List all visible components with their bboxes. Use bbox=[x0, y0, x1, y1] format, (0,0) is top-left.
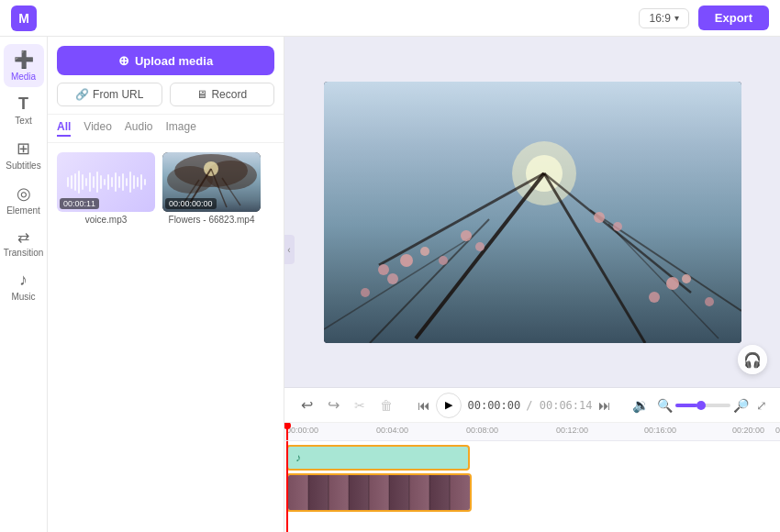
video-duration: 00:00:00:00 bbox=[165, 198, 217, 209]
element-icon: ◎ bbox=[17, 183, 31, 204]
svg-point-48 bbox=[475, 242, 485, 251]
svg-line-33 bbox=[544, 173, 645, 343]
music-icon: ♪ bbox=[19, 271, 28, 290]
link-icon: 🔗 bbox=[75, 88, 89, 101]
svg-point-40 bbox=[400, 254, 413, 267]
svg-rect-13 bbox=[115, 172, 117, 192]
waveform-svg bbox=[65, 166, 148, 198]
sidebar-item-music[interactable]: ♪ Music bbox=[4, 265, 44, 307]
play-button[interactable]: ▶ bbox=[436, 393, 462, 418]
sidebar-item-transition[interactable]: ⇄ Transition bbox=[4, 223, 44, 263]
time-separator: / 00:06:14 bbox=[526, 399, 592, 412]
sidebar-item-element[interactable]: ◎ Element bbox=[4, 178, 44, 221]
media-item-video[interactable]: 00:00:00:00 Flowers - 66823.mp4 bbox=[162, 152, 261, 523]
sidebar-item-media[interactable]: ➕ Media bbox=[4, 44, 44, 87]
app-logo: M bbox=[11, 6, 37, 31]
zoom-in-icon[interactable]: 🔎 bbox=[733, 398, 749, 413]
svg-point-43 bbox=[387, 273, 398, 284]
video-player bbox=[324, 82, 741, 343]
svg-rect-6 bbox=[89, 172, 91, 192]
svg-rect-4 bbox=[82, 174, 84, 190]
ratio-value: 16:9 bbox=[649, 12, 670, 25]
ruler-mark-4: 00:16:00 bbox=[644, 426, 676, 435]
svg-point-47 bbox=[461, 230, 472, 241]
svg-rect-7 bbox=[93, 176, 95, 188]
svg-point-50 bbox=[613, 222, 622, 231]
ruler-mark-2: 00:08:00 bbox=[466, 426, 498, 435]
video-track[interactable] bbox=[286, 473, 780, 512]
sidebar-label-subtitles: Subtitles bbox=[6, 161, 40, 171]
svg-point-46 bbox=[682, 274, 691, 283]
timeline-area: ↩ ↪ ✂ 🗑 ⏮ ▶ 00:00:00 / 00:06:14 ⏭ 🔉 🔍 bbox=[284, 387, 780, 532]
svg-rect-20 bbox=[140, 174, 142, 190]
audio-track[interactable]: ♪ bbox=[286, 445, 780, 471]
filter-tab-audio[interactable]: Audio bbox=[125, 120, 153, 137]
svg-rect-21 bbox=[144, 179, 146, 185]
record-icon: 🖥 bbox=[196, 88, 207, 101]
fullscreen-button[interactable]: ⤢ bbox=[756, 398, 767, 413]
preview-tree-svg bbox=[324, 82, 741, 343]
rewind-button[interactable]: ⏮ bbox=[418, 398, 430, 413]
svg-rect-15 bbox=[122, 173, 124, 191]
media-icon: ➕ bbox=[14, 50, 34, 70]
time-controls: ⏮ ▶ 00:00:00 / 00:06:14 ⏭ bbox=[418, 393, 610, 418]
filter-tab-video[interactable]: Video bbox=[84, 120, 111, 137]
svg-rect-5 bbox=[85, 178, 87, 186]
zoom-out-icon[interactable]: 🔍 bbox=[657, 398, 673, 413]
track-area: ♪ bbox=[284, 441, 780, 532]
forward-button[interactable]: ⏭ bbox=[598, 398, 611, 413]
svg-point-52 bbox=[705, 297, 714, 306]
sidebar-label-text: Text bbox=[15, 116, 31, 126]
svg-point-42 bbox=[420, 247, 429, 256]
ratio-selector[interactable]: 16:9 ▾ bbox=[639, 8, 688, 28]
ruler-mark-0: 00:00:00 bbox=[286, 426, 318, 435]
delete-button[interactable]: 🗑 bbox=[376, 396, 396, 415]
svg-rect-10 bbox=[104, 179, 106, 185]
upload-icon: ⊕ bbox=[118, 53, 129, 68]
audio-duration: 00:00:11 bbox=[60, 198, 99, 209]
redo-button[interactable]: ↪ bbox=[324, 394, 343, 416]
cut-button[interactable]: ✂ bbox=[351, 396, 369, 415]
current-time: 00:00:00 bbox=[467, 399, 520, 412]
media-item-audio[interactable]: 00:00:11 voice.mp3 bbox=[57, 152, 155, 523]
svg-rect-12 bbox=[111, 177, 113, 187]
sidebar-item-subtitles[interactable]: ⊞ Subtitles bbox=[4, 133, 44, 176]
filter-tab-all[interactable]: All bbox=[57, 120, 71, 137]
svg-point-44 bbox=[666, 277, 679, 290]
headphone-button[interactable]: 🎧 bbox=[738, 345, 767, 374]
ruler-mark-3: 00:12:00 bbox=[556, 426, 588, 435]
svg-point-49 bbox=[594, 212, 605, 223]
svg-rect-19 bbox=[137, 177, 139, 187]
from-url-button[interactable]: 🔗 From URL bbox=[57, 83, 162, 106]
filter-tabs: All Video Audio Image bbox=[48, 114, 284, 143]
media-panel: ⊕ Upload media 🔗 From URL 🖥 Record All V… bbox=[48, 37, 284, 532]
sidebar-label-music: Music bbox=[11, 292, 35, 302]
svg-rect-9 bbox=[100, 175, 102, 189]
svg-rect-1 bbox=[71, 175, 72, 189]
headphone-icon: 🎧 bbox=[743, 351, 762, 369]
audio-filename: voice.mp3 bbox=[57, 215, 155, 225]
undo-button[interactable]: ↩ bbox=[297, 394, 317, 416]
subtitles-icon: ⊞ bbox=[17, 139, 30, 159]
svg-line-32 bbox=[416, 173, 544, 338]
audio-track-icon: ♪ bbox=[295, 451, 301, 464]
svg-line-39 bbox=[608, 224, 719, 338]
text-icon: T bbox=[18, 94, 28, 114]
preview-area: 🎧 bbox=[284, 37, 780, 387]
ruler-mark-1: 00:04:00 bbox=[376, 426, 408, 435]
zoom-slider[interactable] bbox=[675, 404, 730, 407]
upload-media-button[interactable]: ⊕ Upload media bbox=[57, 46, 274, 75]
sidebar-item-text[interactable]: T Text bbox=[4, 89, 44, 131]
svg-point-41 bbox=[378, 264, 389, 275]
volume-button[interactable]: 🔉 bbox=[632, 397, 650, 414]
filter-tab-image[interactable]: Image bbox=[166, 120, 196, 137]
record-button[interactable]: 🖥 Record bbox=[170, 83, 275, 106]
export-button[interactable]: Export bbox=[698, 6, 769, 30]
chevron-down-icon: ▾ bbox=[674, 13, 679, 23]
svg-point-51 bbox=[439, 256, 448, 265]
panel-collapse-button[interactable]: ‹ bbox=[284, 235, 295, 264]
sidebar: ➕ Media T Text ⊞ Subtitles ◎ Element ⇄ T… bbox=[0, 37, 48, 532]
video-filename: Flowers - 66823.mp4 bbox=[162, 215, 261, 225]
svg-rect-0 bbox=[67, 177, 69, 187]
svg-rect-14 bbox=[118, 176, 120, 188]
